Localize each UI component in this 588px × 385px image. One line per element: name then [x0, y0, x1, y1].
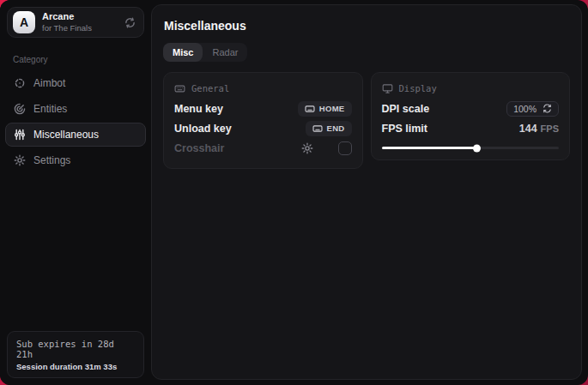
sidebar-item-aimbot[interactable]: Aimbot: [5, 71, 146, 95]
dpi-scale-value: 100%: [513, 104, 536, 114]
gear-icon: [301, 142, 313, 154]
sub-expiry-text: Sub expires in 28d 21h: [16, 339, 135, 359]
app-title: Arcane: [42, 11, 92, 23]
main-panel: Miscellaneous Misc Radar General: [151, 4, 582, 380]
crosshair-row: Crosshair: [174, 138, 352, 158]
menu-key-binding[interactable]: HOME: [298, 101, 352, 117]
sliders-icon: [14, 129, 26, 141]
key-binding-value: END: [327, 123, 345, 133]
brand-text: Arcane for The Finals: [42, 11, 92, 33]
keyboard-icon: [305, 104, 315, 114]
unload-key-binding[interactable]: END: [306, 121, 352, 136]
keyboard-icon: [174, 83, 185, 94]
subscription-status-card: Sub expires in 28d 21h Session duration …: [7, 331, 144, 378]
sidebar-spacer: [0, 174, 151, 324]
unload-key-row: Unload key END: [174, 118, 352, 138]
settings-cards: General Menu key HOME Unload key: [163, 72, 570, 169]
brand-card: A Arcane for The Finals: [7, 7, 144, 38]
fps-limit-row: FPS limit 144 FPS: [382, 118, 560, 138]
sidebar-item-label: Entities: [33, 103, 67, 115]
crosshair-settings-button[interactable]: [301, 142, 313, 154]
tab-radar[interactable]: Radar: [203, 43, 247, 62]
dpi-scale-row: DPI scale 100%: [382, 99, 560, 118]
sidebar-nav: Aimbot Entities: [0, 71, 151, 174]
crosshair-color-swatch[interactable]: [320, 142, 331, 153]
dpi-scale-label: DPI scale: [382, 103, 430, 115]
general-card-title: General: [191, 83, 229, 93]
display-card-title: Display: [399, 83, 437, 93]
sidebar-item-label: Settings: [33, 154, 70, 166]
crosshair-icon: [14, 77, 26, 89]
crosshair-label: Crosshair: [174, 142, 224, 154]
display-card: Display DPI scale 100%: [371, 72, 571, 160]
menu-key-label: Menu key: [174, 103, 223, 115]
sidebar-item-miscellaneous[interactable]: Miscellaneous: [5, 123, 146, 147]
sidebar-item-label: Aimbot: [33, 77, 65, 89]
keyboard-icon: [312, 123, 323, 134]
crosshair-controls: [301, 141, 352, 155]
menu-key-row: Menu key HOME: [174, 99, 352, 118]
app-subtitle: for The Finals: [42, 23, 92, 33]
general-card-header: General: [174, 80, 352, 97]
slider-thumb[interactable]: [473, 144, 481, 152]
monitor-icon: [382, 83, 393, 94]
fps-limit-readout: 144 FPS: [519, 123, 559, 135]
sidebar-item-label: Miscellaneous: [33, 129, 99, 141]
category-label: Category: [13, 55, 138, 64]
display-card-header: Display: [382, 80, 560, 97]
cycle-icon: [543, 104, 552, 113]
gear-icon: [14, 154, 26, 166]
radar-icon: [14, 103, 26, 115]
page-title: Miscellaneous: [164, 19, 570, 33]
fps-limit-label: FPS limit: [382, 123, 427, 135]
slider-fill: [382, 147, 478, 149]
refresh-icon[interactable]: [124, 17, 136, 28]
app-logo: A: [13, 11, 35, 33]
fps-limit-unit: FPS: [541, 123, 559, 134]
fps-limit-slider[interactable]: [382, 147, 560, 149]
sidebar: A Arcane for The Finals Category: [0, 0, 151, 385]
session-duration-text: Session duration 31m 33s: [16, 362, 135, 371]
dpi-scale-selector[interactable]: 100%: [506, 101, 559, 117]
general-card: General Menu key HOME Unload key: [163, 72, 363, 169]
app-window: A Arcane for The Finals Category: [0, 0, 588, 385]
fps-limit-value: 144: [519, 123, 537, 135]
desktop-background: { "colors": { "background_red": "#e11d48…: [0, 0, 588, 385]
crosshair-checkbox[interactable]: [338, 141, 352, 155]
sidebar-item-settings[interactable]: Settings: [5, 148, 146, 172]
sidebar-item-entities[interactable]: Entities: [5, 97, 146, 121]
unload-key-label: Unload key: [174, 123, 232, 135]
tab-misc[interactable]: Misc: [163, 43, 203, 62]
tab-bar: Misc Radar: [163, 43, 247, 62]
key-binding-value: HOME: [319, 104, 345, 113]
